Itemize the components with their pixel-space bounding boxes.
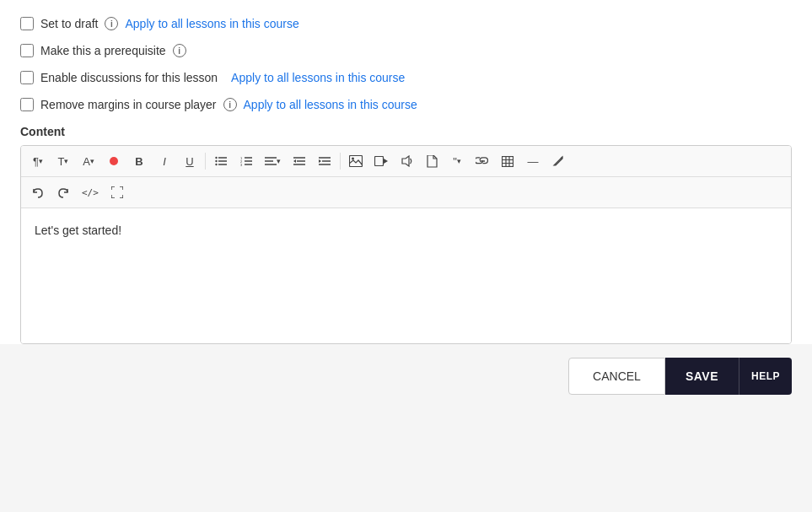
highlight-btn[interactable] [102,149,126,173]
outdent-btn[interactable] [288,149,311,173]
horizontal-rule-btn[interactable]: — [521,149,545,173]
set-to-draft-row: Set to draft i Apply to all lessons in t… [20,17,792,30]
undo-btn[interactable] [26,181,50,204]
editor-text: Let's get started! [35,224,121,237]
footer: CANCEL SAVE HELP [0,344,812,408]
svg-point-5 [215,160,217,162]
make-prerequisite-row: Make this a prerequisite i [20,44,792,57]
svg-marker-28 [402,156,409,166]
enable-discussions-checkbox[interactable] [20,71,34,84]
svg-text:3: 3 [240,163,243,167]
save-button[interactable]: SAVE [665,358,739,395]
svg-rect-30 [503,156,514,166]
set-to-draft-info-icon[interactable]: i [105,17,118,30]
svg-rect-26 [375,157,384,166]
file-btn[interactable] [420,149,444,173]
content-label: Content [20,125,792,138]
ordered-list-btn[interactable]: 123 [234,149,258,173]
save-help-group: SAVE HELP [665,358,792,395]
link-btn[interactable] [471,149,494,173]
enable-discussions-label: Enable discussions for this lesson [40,71,218,84]
text-size-btn[interactable]: T ▾ [51,149,75,173]
svg-point-0 [110,157,118,165]
content-section: Content ¶ ▾ T ▾ A ▾ B I U [20,125,792,344]
set-to-draft-label: Set to draft [40,17,98,30]
help-button[interactable]: HELP [739,358,792,395]
redo-btn[interactable] [51,181,75,204]
toolbar-row2: </> [21,177,791,208]
bullet-list-btn[interactable] [209,149,233,173]
pen-btn[interactable] [546,149,570,173]
indent-btn[interactable] [313,149,336,173]
svg-rect-24 [350,156,363,167]
underline-btn[interactable]: U [178,149,202,173]
remove-margins-checkbox[interactable] [20,98,34,111]
make-prerequisite-info-icon[interactable]: i [173,44,186,57]
svg-point-6 [215,164,217,165]
table-btn[interactable] [496,149,519,173]
svg-marker-23 [319,159,321,163]
svg-marker-27 [384,159,388,164]
make-prerequisite-checkbox[interactable] [20,44,34,57]
remove-margins-info-icon[interactable]: i [223,98,237,111]
audio-btn[interactable] [395,149,418,173]
set-to-draft-apply-link[interactable]: Apply to all lessons in this course [125,17,298,30]
toolbar-divider-1 [205,153,206,170]
editor-body[interactable]: Let's get started! [21,208,791,343]
toolbar-divider-2 [340,153,341,170]
blockquote-btn[interactable]: " ▾ [445,149,469,173]
toolbar-row1: ¶ ▾ T ▾ A ▾ B I U 123 [21,146,791,177]
remove-margins-row: Remove margins in course player i Apply … [20,98,792,111]
italic-btn[interactable]: I [153,149,176,173]
svg-point-25 [352,158,354,160]
bold-btn[interactable]: B [127,149,151,173]
editor-container: ¶ ▾ T ▾ A ▾ B I U 123 [20,145,792,344]
remove-margins-label: Remove margins in course player [40,98,217,111]
cancel-button[interactable]: CANCEL [568,358,665,395]
fullscreen-btn[interactable] [105,181,129,204]
main-content: Set to draft i Apply to all lessons in t… [0,0,812,344]
set-to-draft-checkbox[interactable] [20,17,34,30]
video-btn[interactable] [369,149,393,173]
svg-point-4 [215,157,217,159]
enable-discussions-apply-link[interactable]: Apply to all lessons in this course [231,71,405,84]
image-btn[interactable] [344,149,368,173]
align-btn[interactable]: ▾ [260,149,286,173]
code-btn[interactable]: </> [77,181,104,204]
svg-marker-19 [293,159,296,163]
make-prerequisite-label: Make this a prerequisite [40,44,166,57]
paragraph-btn[interactable]: ¶ ▾ [26,149,50,173]
remove-margins-apply-link[interactable]: Apply to all lessons in this course [244,98,417,111]
enable-discussions-row: Enable discussions for this lesson Apply… [20,71,792,84]
font-color-btn[interactable]: A ▾ [77,149,100,173]
